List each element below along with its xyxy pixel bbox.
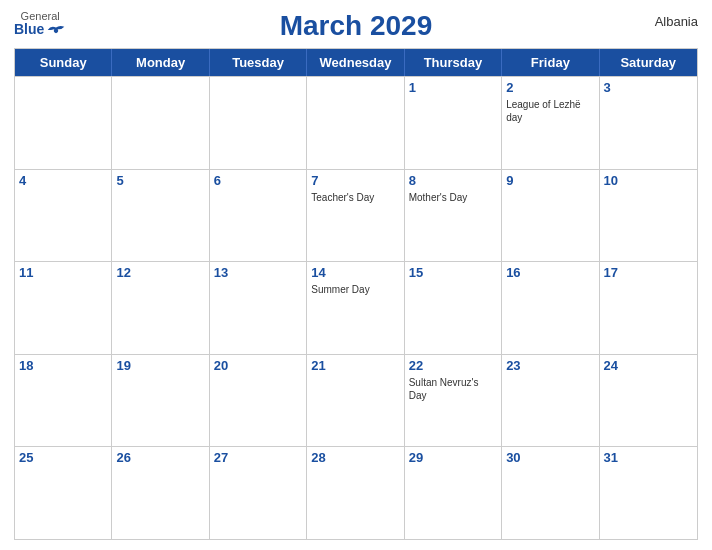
day-number: 24 xyxy=(604,357,693,375)
day-number: 4 xyxy=(19,172,107,190)
day-cell-empty-0-1: 0 xyxy=(112,77,209,169)
day-number: 28 xyxy=(311,449,399,467)
week-row-1: 000012League of Lezhë day3 xyxy=(15,76,697,169)
day-cell-6-1-2: 6 xyxy=(210,170,307,262)
day-cell-10-1-6: 10 xyxy=(600,170,697,262)
day-cell-8-1-4: 8Mother's Day xyxy=(405,170,502,262)
day-number: 9 xyxy=(506,172,594,190)
day-number: 1 xyxy=(409,79,497,97)
day-number: 5 xyxy=(116,172,204,190)
day-cell-empty-0-2: 0 xyxy=(210,77,307,169)
day-cell-empty-0-3: 0 xyxy=(307,77,404,169)
day-number: 30 xyxy=(506,449,594,467)
day-cell-31-4-6: 31 xyxy=(600,447,697,539)
day-cell-28-4-3: 28 xyxy=(307,447,404,539)
day-cell-16-2-5: 16 xyxy=(502,262,599,354)
day-number: 10 xyxy=(604,172,693,190)
day-cell-12-2-1: 12 xyxy=(112,262,209,354)
country-label: Albania xyxy=(655,14,698,29)
day-number: 13 xyxy=(214,264,302,282)
day-cell-9-1-5: 9 xyxy=(502,170,599,262)
day-number: 3 xyxy=(604,79,693,97)
day-cell-30-4-5: 30 xyxy=(502,447,599,539)
header-wednesday: Wednesday xyxy=(307,49,404,76)
header-sunday: Sunday xyxy=(15,49,112,76)
holiday-label: League of Lezhë day xyxy=(506,98,594,124)
day-cell-5-1-1: 5 xyxy=(112,170,209,262)
day-number: 8 xyxy=(409,172,497,190)
day-number: 27 xyxy=(214,449,302,467)
day-cell-2-0-5: 2League of Lezhë day xyxy=(502,77,599,169)
day-number: 12 xyxy=(116,264,204,282)
day-cell-27-4-2: 27 xyxy=(210,447,307,539)
day-number: 16 xyxy=(506,264,594,282)
day-cell-13-2-2: 13 xyxy=(210,262,307,354)
day-number: 20 xyxy=(214,357,302,375)
header: General Blue March 2029 Albania xyxy=(14,10,698,42)
day-cell-18-3-0: 18 xyxy=(15,355,112,447)
day-cell-24-3-6: 24 xyxy=(600,355,697,447)
day-number: 31 xyxy=(604,449,693,467)
day-headers: Sunday Monday Tuesday Wednesday Thursday… xyxy=(15,49,697,76)
day-number: 26 xyxy=(116,449,204,467)
page: General Blue March 2029 Albania Sunday M… xyxy=(0,0,712,550)
day-cell-25-4-0: 25 xyxy=(15,447,112,539)
day-cell-empty-0-0: 0 xyxy=(15,77,112,169)
day-number: 17 xyxy=(604,264,693,282)
logo-bird-icon xyxy=(46,23,66,37)
day-cell-7-1-3: 7Teacher's Day xyxy=(307,170,404,262)
day-cell-3-0-6: 3 xyxy=(600,77,697,169)
day-cell-23-3-5: 23 xyxy=(502,355,599,447)
day-number: 14 xyxy=(311,264,399,282)
calendar: Sunday Monday Tuesday Wednesday Thursday… xyxy=(14,48,698,540)
holiday-label: Mother's Day xyxy=(409,191,497,204)
day-cell-22-3-4: 22Sultan Nevruz's Day xyxy=(405,355,502,447)
day-cell-29-4-4: 29 xyxy=(405,447,502,539)
weeks: 000012League of Lezhë day34567Teacher's … xyxy=(15,76,697,539)
day-cell-20-3-2: 20 xyxy=(210,355,307,447)
day-number: 15 xyxy=(409,264,497,282)
day-cell-4-1-0: 4 xyxy=(15,170,112,262)
holiday-label: Summer Day xyxy=(311,283,399,296)
day-number: 0 xyxy=(116,79,204,97)
day-cell-17-2-6: 17 xyxy=(600,262,697,354)
header-tuesday: Tuesday xyxy=(210,49,307,76)
day-number: 6 xyxy=(214,172,302,190)
day-cell-26-4-1: 26 xyxy=(112,447,209,539)
day-number: 11 xyxy=(19,264,107,282)
day-number: 18 xyxy=(19,357,107,375)
day-number: 7 xyxy=(311,172,399,190)
day-cell-14-2-3: 14Summer Day xyxy=(307,262,404,354)
holiday-label: Sultan Nevruz's Day xyxy=(409,376,497,402)
day-number: 23 xyxy=(506,357,594,375)
day-number: 2 xyxy=(506,79,594,97)
day-number: 21 xyxy=(311,357,399,375)
day-cell-19-3-1: 19 xyxy=(112,355,209,447)
week-row-3: 11121314Summer Day151617 xyxy=(15,261,697,354)
day-number: 19 xyxy=(116,357,204,375)
week-row-4: 1819202122Sultan Nevruz's Day2324 xyxy=(15,354,697,447)
day-number: 22 xyxy=(409,357,497,375)
day-cell-15-2-4: 15 xyxy=(405,262,502,354)
day-number: 0 xyxy=(214,79,302,97)
page-title: March 2029 xyxy=(280,10,433,42)
day-number: 25 xyxy=(19,449,107,467)
day-cell-1-0-4: 1 xyxy=(405,77,502,169)
day-number: 0 xyxy=(19,79,107,97)
holiday-label: Teacher's Day xyxy=(311,191,399,204)
day-cell-11-2-0: 11 xyxy=(15,262,112,354)
week-row-2: 4567Teacher's Day8Mother's Day910 xyxy=(15,169,697,262)
header-thursday: Thursday xyxy=(405,49,502,76)
day-number: 29 xyxy=(409,449,497,467)
day-number: 0 xyxy=(311,79,399,97)
header-friday: Friday xyxy=(502,49,599,76)
header-saturday: Saturday xyxy=(600,49,697,76)
logo: General Blue xyxy=(14,10,66,37)
logo-blue: Blue xyxy=(14,22,44,37)
header-monday: Monday xyxy=(112,49,209,76)
week-row-5: 25262728293031 xyxy=(15,446,697,539)
day-cell-21-3-3: 21 xyxy=(307,355,404,447)
